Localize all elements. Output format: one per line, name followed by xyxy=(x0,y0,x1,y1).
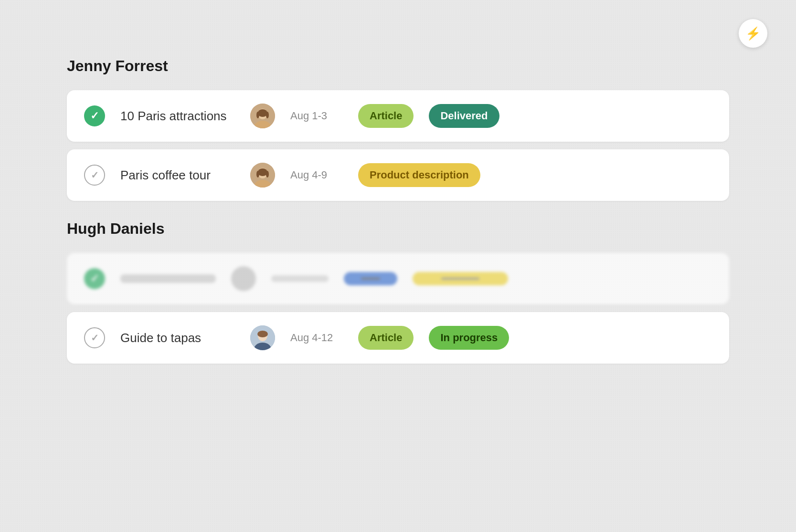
paris-coffee-card[interactable]: Paris coffee tour Aug 4-9 Product descri… xyxy=(67,149,729,201)
paris-coffee-date: Aug 4-9 xyxy=(290,169,343,181)
jenny-section-title: Jenny Forrest xyxy=(67,57,729,75)
yellow-badge xyxy=(413,272,508,285)
title-placeholder xyxy=(120,274,216,283)
guide-tapas-card[interactable]: Guide to tapas Aug 4-12 Article In progr… xyxy=(67,312,729,364)
blue-badge xyxy=(344,272,397,285)
hugh-section: Hugh Daniels Guide to tapas xyxy=(67,220,729,364)
svg-point-4 xyxy=(256,112,259,118)
paris-attractions-date: Aug 1-3 xyxy=(290,110,343,122)
date-placeholder xyxy=(271,275,329,282)
avatar-jenny-1 xyxy=(250,104,275,128)
delivered-badge: Delivered xyxy=(429,104,499,128)
in-progress-badge: In progress xyxy=(429,326,509,350)
guide-tapas-title: Guide to tapas xyxy=(120,331,235,345)
main-content: Jenny Forrest 10 Paris attractions Aug 1… xyxy=(0,0,796,411)
avatar-hugh xyxy=(250,325,275,350)
article-badge-1: Article xyxy=(358,104,414,128)
avatar-jenny-2 xyxy=(250,163,275,188)
outline-check-icon-1 xyxy=(84,165,105,186)
lightning-icon: ⚡ xyxy=(745,26,761,41)
paris-attractions-card[interactable]: 10 Paris attractions Aug 1-3 Article Del… xyxy=(67,90,729,142)
jenny-section: Jenny Forrest 10 Paris attractions Aug 1… xyxy=(67,57,729,201)
svg-point-11 xyxy=(266,171,269,177)
badge-line-2 xyxy=(441,278,479,280)
hugh-section-title: Hugh Daniels xyxy=(67,220,729,238)
paris-attractions-title: 10 Paris attractions xyxy=(120,109,235,124)
svg-point-10 xyxy=(256,171,259,177)
svg-point-3 xyxy=(258,109,267,117)
completed-check-icon xyxy=(84,105,105,126)
badge-line-1 xyxy=(361,278,380,280)
svg-point-15 xyxy=(257,331,268,337)
guide-tapas-date: Aug 4-12 xyxy=(290,332,343,344)
paris-coffee-title: Paris coffee tour xyxy=(120,168,235,183)
svg-point-5 xyxy=(266,112,269,118)
outline-check-icon-2 xyxy=(84,327,105,348)
completed-check-icon-2 xyxy=(84,268,105,289)
product-desc-badge: Product description xyxy=(358,163,480,187)
avatar-placeholder xyxy=(231,266,256,291)
article-badge-2: Article xyxy=(358,326,414,350)
blurred-card[interactable] xyxy=(67,253,729,304)
svg-point-9 xyxy=(258,168,267,176)
lightning-button[interactable]: ⚡ xyxy=(739,19,767,48)
